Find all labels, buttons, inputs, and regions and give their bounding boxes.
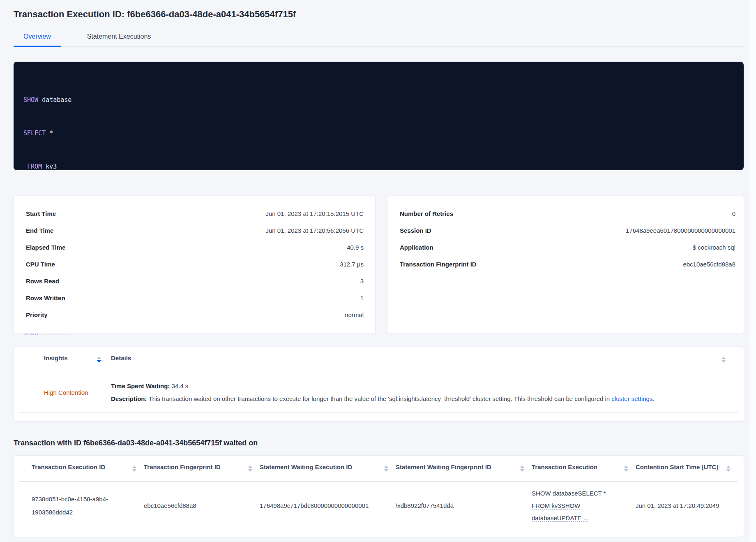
cell-statement-waiting-execution-id: 176498a9c717bdc80000000000000001: [260, 502, 396, 509]
insights-table-header: Insights Details: [19, 347, 738, 372]
insights-column-header[interactable]: Insights: [44, 354, 111, 364]
summary-cards: Start Time Jun 01, 2023 at 17:20:15:2015…: [14, 196, 744, 334]
page-title: Transaction Execution ID: f6be6366-da03-…: [14, 9, 744, 20]
sort-icon[interactable]: [132, 466, 136, 472]
sql-line: FROM kv3: [23, 161, 733, 172]
summary-row-retries: Number of Retries 0: [400, 205, 735, 222]
column-header-transaction-execution-id[interactable]: Transaction Execution ID: [32, 463, 144, 473]
cell-transaction-fingerprint-id: ebc10ae56cfd88a8: [144, 502, 260, 509]
summary-row-rows-written: Rows Written 1: [26, 290, 364, 306]
column-header-statement-waiting-fingerprint-id[interactable]: Statement Waiting Fingerprint ID: [396, 463, 532, 473]
sort-icon[interactable]: [624, 466, 628, 472]
column-header-statement-waiting-execution-id[interactable]: Statement Waiting Execution ID: [260, 463, 396, 473]
waited-on-row: 9738d051-bc0e-4158-a9b4-1903586ddd42 ebc…: [19, 482, 738, 530]
time-spent-waiting: Time Spent Waiting: 34.4 s: [111, 380, 721, 392]
sort-icon[interactable]: [726, 466, 731, 472]
tab-overview[interactable]: Overview: [14, 31, 61, 46]
transaction-details-page: Transaction Execution ID: f6be6366-da03-…: [0, 0, 756, 537]
transaction-execution-link[interactable]: SHOW databaseSELECT *: [532, 490, 606, 497]
transaction-execution-link[interactable]: databaseUPDATE ...: [532, 514, 588, 522]
details-column-header[interactable]: Details: [111, 354, 131, 364]
transaction-sql-box: SHOW database SELECT * FROM kv3 SHOW dat…: [14, 62, 744, 170]
sql-line: SHOW database: [23, 95, 733, 106]
waited-on-heading: Transaction with ID f6be6366-da03-48de-a…: [14, 439, 744, 447]
sql-line: SELECT *: [23, 128, 733, 139]
insight-row-high-contention: High Contention Time Spent Waiting: 34.4…: [19, 372, 738, 413]
cluster-settings-link[interactable]: cluster settings: [611, 395, 652, 402]
cell-contention-start-time: Jun 01, 2023 at 17:20:49:2049: [636, 502, 738, 509]
cell-transaction-execution-id: 9738d051-bc0e-4158-a9b4-1903586ddd42: [32, 493, 144, 519]
summary-row-start-time: Start Time Jun 01, 2023 at 17:20:15:2015…: [26, 205, 364, 222]
summary-row-elapsed-time: Elapsed Time 40.9 s: [26, 239, 364, 256]
waited-on-table: Transaction Execution ID Transaction Fin…: [14, 456, 744, 537]
tab-bar: Overview Statement Executions: [14, 31, 744, 47]
summary-row-session-id: Session ID 17648a9eea6017800000000000000…: [400, 222, 735, 239]
sort-icon[interactable]: [520, 466, 524, 472]
cell-statement-waiting-fingerprint-id: \xdb8922f077541dda: [396, 502, 532, 509]
insight-description: Description: This transaction waited on …: [111, 392, 721, 405]
transaction-fingerprint-link[interactable]: ebc10ae56cfd88a8: [683, 261, 735, 268]
summary-card-timing: Start Time Jun 01, 2023 at 17:20:15:2015…: [14, 196, 375, 334]
insights-table: Insights Details High Contention Time Sp…: [14, 347, 744, 421]
column-header-transaction-execution[interactable]: Transaction Execution: [532, 463, 636, 473]
summary-row-end-time: End Time Jun 01, 2023 at 17:20:56:2056 U…: [26, 222, 364, 239]
column-header-transaction-fingerprint-id[interactable]: Transaction Fingerprint ID: [144, 463, 260, 473]
tab-statement-executions[interactable]: Statement Executions: [77, 31, 161, 46]
scrollbar-gutter[interactable]: [750, 0, 756, 542]
column-header-contention-start-time[interactable]: Contention Start Time (UTC): [636, 463, 738, 473]
summary-row-rows-read: Rows Read 3: [26, 273, 364, 290]
summary-row-cpu-time: CPU Time 312.7 µs: [26, 256, 364, 273]
transaction-execution-link[interactable]: FROM kv3SHOW: [532, 502, 580, 510]
cell-transaction-execution-statement: SHOW databaseSELECT * FROM kv3SHOW datab…: [532, 487, 636, 524]
sort-icon[interactable]: [97, 357, 101, 363]
summary-row-transaction-fingerprint: Transaction Fingerprint ID ebc10ae56cfd8…: [400, 256, 735, 273]
summary-row-application: Application $ cockroach sql: [400, 239, 735, 256]
summary-row-priority: Priority normal: [26, 306, 364, 323]
waited-on-table-header: Transaction Execution ID Transaction Fin…: [19, 456, 738, 482]
summary-card-session: Number of Retries 0 Session ID 17648a9ee…: [387, 196, 744, 334]
insight-type-label: High Contention: [44, 389, 111, 396]
sort-icon[interactable]: [721, 357, 726, 363]
sort-icon[interactable]: [248, 466, 252, 472]
sort-icon[interactable]: [384, 466, 388, 472]
